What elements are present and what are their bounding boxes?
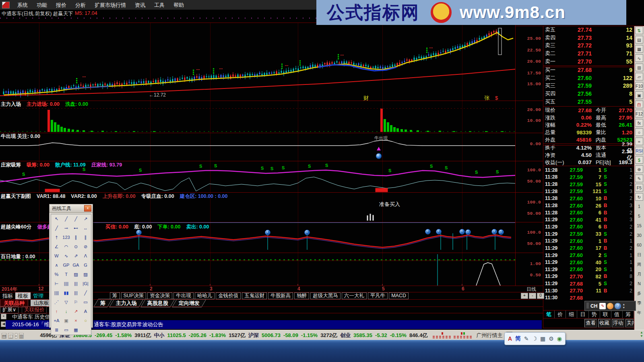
quote-tab-5[interactable]: 联 [600, 311, 611, 318]
menu-item-5[interactable]: 资讯 [135, 2, 145, 8]
ime-english[interactable]: A [508, 335, 512, 342]
draw-tool-trend-line[interactable]: ╱ [71, 214, 81, 224]
draw-tool-w-wave[interactable]: W [52, 251, 62, 261]
help-icon[interactable]: ? [615, 303, 621, 309]
quote-button-0[interactable]: 查看 [584, 319, 597, 327]
draw-tool-down-arrow[interactable]: ↓ [62, 307, 71, 316]
quote-tab-0[interactable]: 笔 [543, 311, 555, 318]
drag-handle-icon[interactable] [586, 303, 589, 309]
quote-tab-4[interactable]: 势 [589, 311, 600, 318]
language-bar[interactable]: CH ✎ ? ▲▼ [584, 301, 636, 311]
draw-tool-arc[interactable]: ◠ [62, 242, 71, 251]
strip-move-icon[interactable]: ⊕ [635, 165, 643, 173]
strip-layout-icon[interactable]: ▣ [635, 91, 643, 99]
draw-tool-arrow-line[interactable]: ↗ [81, 214, 91, 224]
strip-period-15[interactable]: 15 [635, 221, 644, 230]
draw-tool-gann-grid[interactable]: |G| [81, 279, 91, 288]
draw-tool-vertical-line[interactable]: † [52, 233, 62, 242]
indicator-tab-3[interactable]: 牛出现 [173, 292, 194, 299]
ime-keyboard-icon[interactable]: ▦ [540, 335, 545, 342]
drawing-tools-titlebar[interactable]: 画线工具 x [50, 204, 93, 213]
strip-period-n[interactable]: N [635, 279, 644, 288]
draw-tool-zigzag-arrow[interactable]: ⇗ [71, 251, 81, 261]
strategy-tab-2[interactable]: 高股息股 [140, 299, 175, 307]
strip-kline-icon[interactable]: ▥ [635, 64, 643, 71]
quote-tab-1[interactable]: 价 [555, 311, 566, 318]
orange-ball-icon[interactable] [607, 303, 613, 309]
draw-tool-up-arrow[interactable]: ↑ [52, 307, 62, 316]
draw-tool-bars-solid[interactable]: ▮▮ [62, 288, 71, 298]
quote-tab-2[interactable]: 细 [566, 311, 577, 318]
draw-tool-circle-dot[interactable]: ⊙ [71, 242, 81, 251]
strip-f5-button[interactable]: F5 [635, 184, 643, 191]
ime-moon-icon[interactable]: ☽ [532, 335, 537, 342]
quote-tab-6[interactable]: 值 [611, 311, 623, 318]
close-icon[interactable]: x [84, 205, 91, 212]
statusbar-panel-icon[interactable]: ▥ [19, 333, 24, 339]
menu-item-0[interactable]: 系统 [17, 2, 28, 8]
quote-button-2[interactable]: 浮动 [612, 319, 624, 327]
draw-tool-gp-lines[interactable]: GP [62, 261, 71, 270]
draw-tool-pointer[interactable]: ↖ [52, 214, 62, 224]
draw-tool-ray[interactable]: ╱ [52, 224, 62, 233]
indicator-tab-11[interactable]: 平凡牛 [368, 292, 388, 299]
drawing-tools-window[interactable]: 画线工具 x ↖╱╱↗╱⊸⊷↔†123∥∥∠◠⊙⊘W∿⇗Ʌ∧GPGAG%T▨▨⊢… [49, 204, 93, 328]
strip-table-icon[interactable]: ▦ [635, 45, 643, 53]
statusbar-windows-icon[interactable]: ◫ [8, 333, 13, 339]
strip-period-1[interactable]: 1 [635, 202, 644, 211]
draw-tool-gann-angle[interactable]: ∠ [52, 242, 62, 251]
scroll-arrows-icon[interactable]: ▲▼ [640, 331, 643, 338]
strategy-tab-3[interactable]: 定向增发 [172, 299, 206, 307]
draw-tool-down-marker[interactable]: ▽ [62, 298, 71, 307]
strip-report-icon[interactable]: ▱ [635, 73, 643, 80]
draw-tool-cycle-lines[interactable]: |||| [62, 279, 71, 288]
indicator-tab-12[interactable]: MACD [389, 292, 409, 299]
indicator-tab-4[interactable]: 哈哈儿 [195, 292, 215, 299]
draw-tool-time-lines[interactable]: T [62, 270, 71, 279]
draw-tool-ruler-tool[interactable]: ▭ [62, 325, 71, 335]
draw-tool-fan-lines[interactable]: ⋰ [52, 298, 62, 307]
draw-tool-wave[interactable]: ∿ [62, 251, 71, 261]
indicator-tab-1[interactable]: SUP决策 [121, 292, 147, 299]
draw-tool-delete-tool[interactable]: × [71, 316, 81, 325]
strip-wave-icon[interactable]: ≈ [635, 138, 643, 145]
menu-item-4[interactable]: 扩展市场行情 [95, 2, 126, 8]
menu-item-7[interactable]: 帮助 [173, 2, 184, 8]
strip-refresh-icon[interactable]: ↻ [635, 193, 643, 201]
menu-item-2[interactable]: 报价 [56, 2, 66, 8]
indicator-tab-9[interactable]: 超级大黑马 [310, 292, 341, 299]
ime-settings-icon[interactable]: ⚙ [549, 335, 554, 342]
strip-scroll-arrows[interactable]: ⇅ [635, 27, 643, 34]
strip-period-month[interactable]: 月 [635, 269, 644, 279]
menu-item-1[interactable]: 功能 [37, 2, 47, 8]
view-tab-1[interactable]: 模板 [15, 292, 31, 300]
strip-line-chart-icon[interactable]: ∿ [635, 54, 643, 62]
strip-rsi-button[interactable]: RSI [635, 147, 643, 154]
language-label[interactable]: CH [590, 303, 597, 309]
statusbar-box-icon[interactable]: ▫ [15, 333, 17, 339]
strip-formula-icon[interactable]: fx [635, 119, 643, 127]
draw-tool-price-note[interactable]: 123 [62, 233, 71, 242]
site-banner[interactable]: 公式指标网 www.9m8.cn [316, 0, 626, 25]
draw-tool-ellipse[interactable]: ⊘ [81, 242, 91, 251]
ime-toolbar[interactable]: A简✎☽▦⚙◉ [504, 332, 566, 345]
draw-tool-ga-lines[interactable]: GA [71, 261, 81, 270]
strip-form-icon[interactable]: ▤ [635, 36, 643, 43]
indicator-tab-6[interactable]: 五鬼运财 [242, 292, 267, 299]
strip-circle-icon[interactable]: ○ [635, 128, 643, 136]
draw-tool-bars-thin[interactable]: |||| [52, 288, 62, 298]
quote-tab-7[interactable]: 筹 [623, 311, 634, 318]
chart-zoom-out[interactable]: - [529, 293, 536, 299]
indicator-tab-8[interactable]: 独醉 [294, 292, 309, 299]
draw-tool-text-add[interactable]: +A [52, 316, 62, 325]
strip-money-icon[interactable]: $ [635, 156, 643, 164]
draw-tool-v-shape[interactable]: Ʌ [81, 251, 91, 261]
indicator-tab-7[interactable]: 牛股新高 [268, 292, 293, 299]
strip-f10-button[interactable]: F10 [635, 82, 643, 90]
view-tab-0[interactable]: 指标 [0, 292, 15, 300]
draw-tool-flag-marker[interactable]: ⚐ [71, 298, 81, 307]
strip-period-year[interactable]: 年 [635, 308, 644, 317]
draw-tool-fib-time[interactable]: ||| [71, 279, 81, 288]
draw-tool-list-tool[interactable]: ≣ [52, 325, 62, 335]
quote-button-1[interactable]: 收藏 [598, 319, 611, 327]
